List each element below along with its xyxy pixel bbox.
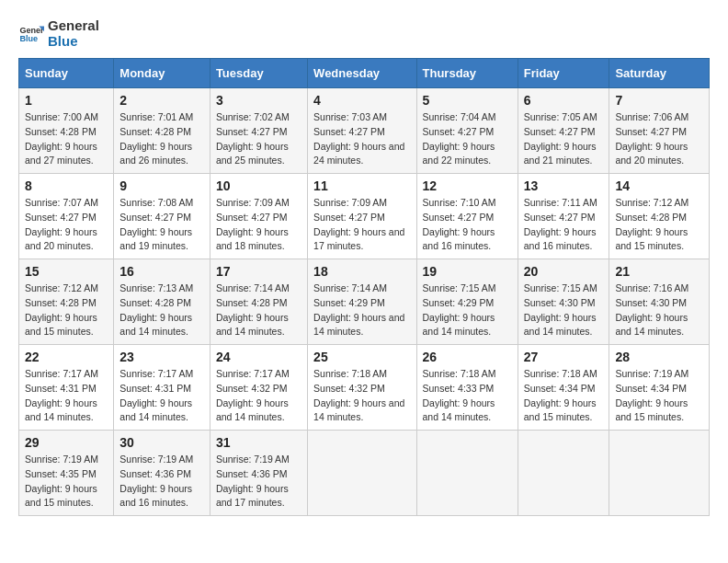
day-number: 7 <box>615 93 703 108</box>
calendar-week-row: 29Sunrise: 7:19 AMSunset: 4:35 PMDayligh… <box>19 431 710 516</box>
calendar-day-cell: 6Sunrise: 7:05 AMSunset: 4:27 PMDaylight… <box>518 88 609 174</box>
logo: General Blue General Blue <box>18 18 99 49</box>
day-number: 24 <box>216 350 301 364</box>
day-number: 16 <box>119 264 204 279</box>
day-detail: Sunrise: 7:09 AMSunset: 4:27 PMDaylight:… <box>216 197 290 251</box>
weekday-header: Sunday <box>19 59 114 88</box>
day-detail: Sunrise: 7:16 AMSunset: 4:30 PMDaylight:… <box>615 282 688 337</box>
calendar-day-cell: 27Sunrise: 7:18 AMSunset: 4:34 PMDayligh… <box>518 345 609 431</box>
calendar-week-row: 8Sunrise: 7:07 AMSunset: 4:27 PMDaylight… <box>19 174 710 259</box>
calendar-day-cell: 18Sunrise: 7:14 AMSunset: 4:29 PMDayligh… <box>308 259 416 345</box>
day-detail: Sunrise: 7:19 AMSunset: 4:36 PMDaylight:… <box>216 454 290 508</box>
day-number: 18 <box>313 264 410 279</box>
day-detail: Sunrise: 7:17 AMSunset: 4:31 PMDaylight:… <box>119 368 193 422</box>
day-number: 15 <box>25 264 108 279</box>
day-detail: Sunrise: 7:17 AMSunset: 4:31 PMDaylight:… <box>25 368 98 422</box>
day-detail: Sunrise: 7:09 AMSunset: 4:27 PMDaylight:… <box>313 197 404 251</box>
day-detail: Sunrise: 7:05 AMSunset: 4:27 PMDaylight:… <box>524 111 597 166</box>
day-number: 28 <box>615 350 703 364</box>
day-number: 19 <box>423 264 512 279</box>
day-detail: Sunrise: 7:07 AMSunset: 4:27 PMDaylight:… <box>25 197 98 251</box>
header: General Blue General Blue <box>18 18 710 49</box>
weekday-header: Thursday <box>416 59 518 88</box>
day-number: 25 <box>313 350 410 364</box>
day-number: 20 <box>524 264 604 279</box>
day-number: 29 <box>25 435 108 450</box>
calendar-week-row: 22Sunrise: 7:17 AMSunset: 4:31 PMDayligh… <box>19 345 710 431</box>
day-number: 10 <box>216 178 301 193</box>
calendar-day-cell: 8Sunrise: 7:07 AMSunset: 4:27 PMDaylight… <box>19 174 114 259</box>
calendar-day-cell: 25Sunrise: 7:18 AMSunset: 4:32 PMDayligh… <box>308 345 416 431</box>
weekday-header: Monday <box>114 59 210 88</box>
calendar-day-cell: 22Sunrise: 7:17 AMSunset: 4:31 PMDayligh… <box>19 345 114 431</box>
day-detail: Sunrise: 7:15 AMSunset: 4:30 PMDaylight:… <box>524 282 597 337</box>
day-number: 14 <box>615 178 703 193</box>
logo-icon: General Blue <box>18 21 44 47</box>
day-detail: Sunrise: 7:18 AMSunset: 4:34 PMDaylight:… <box>524 368 597 422</box>
day-number: 12 <box>423 178 512 193</box>
calendar-day-cell: 20Sunrise: 7:15 AMSunset: 4:30 PMDayligh… <box>518 259 609 345</box>
calendar-day-cell: 29Sunrise: 7:19 AMSunset: 4:35 PMDayligh… <box>19 431 114 516</box>
day-number: 27 <box>524 350 604 364</box>
calendar-day-cell: 9Sunrise: 7:08 AMSunset: 4:27 PMDaylight… <box>114 174 210 259</box>
day-number: 26 <box>423 350 512 364</box>
weekday-header: Tuesday <box>210 59 307 88</box>
day-number: 4 <box>313 93 410 108</box>
calendar-day-cell: 10Sunrise: 7:09 AMSunset: 4:27 PMDayligh… <box>210 174 307 259</box>
day-detail: Sunrise: 7:15 AMSunset: 4:29 PMDaylight:… <box>423 282 496 337</box>
day-detail: Sunrise: 7:04 AMSunset: 4:27 PMDaylight:… <box>423 111 496 166</box>
calendar-day-cell: 14Sunrise: 7:12 AMSunset: 4:28 PMDayligh… <box>609 174 710 259</box>
calendar-day-cell: 17Sunrise: 7:14 AMSunset: 4:28 PMDayligh… <box>210 259 307 345</box>
calendar-day-cell <box>609 431 710 516</box>
calendar-day-cell: 11Sunrise: 7:09 AMSunset: 4:27 PMDayligh… <box>308 174 416 259</box>
day-number: 13 <box>524 178 604 193</box>
calendar-day-cell: 24Sunrise: 7:17 AMSunset: 4:32 PMDayligh… <box>210 345 307 431</box>
day-number: 30 <box>119 435 204 450</box>
calendar-day-cell: 12Sunrise: 7:10 AMSunset: 4:27 PMDayligh… <box>416 174 518 259</box>
day-detail: Sunrise: 7:14 AMSunset: 4:29 PMDaylight:… <box>313 282 404 337</box>
day-detail: Sunrise: 7:03 AMSunset: 4:27 PMDaylight:… <box>313 111 404 166</box>
day-number: 11 <box>313 178 410 193</box>
day-number: 8 <box>25 178 108 193</box>
calendar-day-cell: 16Sunrise: 7:13 AMSunset: 4:28 PMDayligh… <box>114 259 210 345</box>
calendar-day-cell: 23Sunrise: 7:17 AMSunset: 4:31 PMDayligh… <box>114 345 210 431</box>
day-detail: Sunrise: 7:02 AMSunset: 4:27 PMDaylight:… <box>216 111 290 166</box>
day-number: 31 <box>216 435 301 450</box>
day-detail: Sunrise: 7:06 AMSunset: 4:27 PMDaylight:… <box>615 111 688 166</box>
calendar-day-cell: 13Sunrise: 7:11 AMSunset: 4:27 PMDayligh… <box>518 174 609 259</box>
calendar-day-cell: 7Sunrise: 7:06 AMSunset: 4:27 PMDaylight… <box>609 88 710 174</box>
calendar-day-cell <box>518 431 609 516</box>
day-detail: Sunrise: 7:18 AMSunset: 4:33 PMDaylight:… <box>423 368 496 422</box>
logo-text-line2: Blue <box>48 34 99 50</box>
day-number: 23 <box>119 350 204 364</box>
day-number: 9 <box>119 178 204 193</box>
day-detail: Sunrise: 7:13 AMSunset: 4:28 PMDaylight:… <box>119 282 193 337</box>
day-number: 21 <box>615 264 703 279</box>
calendar-day-cell <box>308 431 416 516</box>
day-number: 17 <box>216 264 301 279</box>
calendar-header-row: SundayMondayTuesdayWednesdayThursdayFrid… <box>19 59 710 88</box>
day-detail: Sunrise: 7:19 AMSunset: 4:35 PMDaylight:… <box>25 454 98 508</box>
calendar-day-cell: 2Sunrise: 7:01 AMSunset: 4:28 PMDaylight… <box>114 88 210 174</box>
logo-text-line1: General <box>48 18 99 34</box>
day-detail: Sunrise: 7:19 AMSunset: 4:34 PMDaylight:… <box>615 368 688 422</box>
calendar-day-cell: 5Sunrise: 7:04 AMSunset: 4:27 PMDaylight… <box>416 88 518 174</box>
calendar-day-cell: 4Sunrise: 7:03 AMSunset: 4:27 PMDaylight… <box>308 88 416 174</box>
day-detail: Sunrise: 7:18 AMSunset: 4:32 PMDaylight:… <box>313 368 404 422</box>
svg-text:Blue: Blue <box>19 34 38 43</box>
calendar-day-cell <box>416 431 518 516</box>
calendar-day-cell: 19Sunrise: 7:15 AMSunset: 4:29 PMDayligh… <box>416 259 518 345</box>
weekday-header: Friday <box>518 59 609 88</box>
day-detail: Sunrise: 7:14 AMSunset: 4:28 PMDaylight:… <box>216 282 290 337</box>
day-detail: Sunrise: 7:08 AMSunset: 4:27 PMDaylight:… <box>119 197 193 251</box>
day-detail: Sunrise: 7:00 AMSunset: 4:28 PMDaylight:… <box>25 111 98 166</box>
calendar-day-cell: 21Sunrise: 7:16 AMSunset: 4:30 PMDayligh… <box>609 259 710 345</box>
weekday-header: Wednesday <box>308 59 416 88</box>
day-number: 5 <box>423 93 512 108</box>
day-detail: Sunrise: 7:12 AMSunset: 4:28 PMDaylight:… <box>615 197 688 251</box>
weekday-header: Saturday <box>609 59 710 88</box>
day-detail: Sunrise: 7:12 AMSunset: 4:28 PMDaylight:… <box>25 282 98 337</box>
day-number: 2 <box>119 93 204 108</box>
calendar-week-row: 15Sunrise: 7:12 AMSunset: 4:28 PMDayligh… <box>19 259 710 345</box>
calendar-week-row: 1Sunrise: 7:00 AMSunset: 4:28 PMDaylight… <box>19 88 710 174</box>
